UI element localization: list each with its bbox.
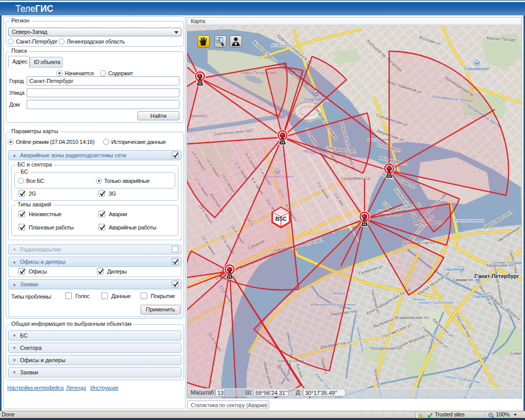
svg-text:Исаакиевская пл.: Исаакиевская пл. — [394, 315, 430, 320]
svg-text:M: M — [475, 61, 479, 66]
svg-text:Сенная Площад: Сенная Площад — [491, 260, 521, 265]
svg-text:Семеново: Семеново — [510, 351, 521, 356]
svg-text:Ждановка: Ждановка — [271, 43, 291, 48]
svg-text:BSC: BSC — [275, 216, 287, 222]
svg-text:Садовая: Садовая — [472, 294, 489, 299]
svg-text:M: M — [476, 278, 479, 282]
svg-text:Санкт-Петербург: Санкт-Петербург — [474, 273, 519, 279]
svg-text:Садовая: Садовая — [443, 267, 460, 271]
svg-text:Горьковская: Горьковская — [464, 66, 489, 71]
svg-text:Сенная пл.:: Сенная пл.: — [453, 278, 475, 282]
svg-text:Зимняя канавка: Зимняя канавка — [454, 218, 484, 223]
svg-text:канал Грибоедова: канал Грибоедова — [419, 300, 454, 305]
svg-text:Театральная пл.: Театральная пл. — [370, 346, 403, 351]
